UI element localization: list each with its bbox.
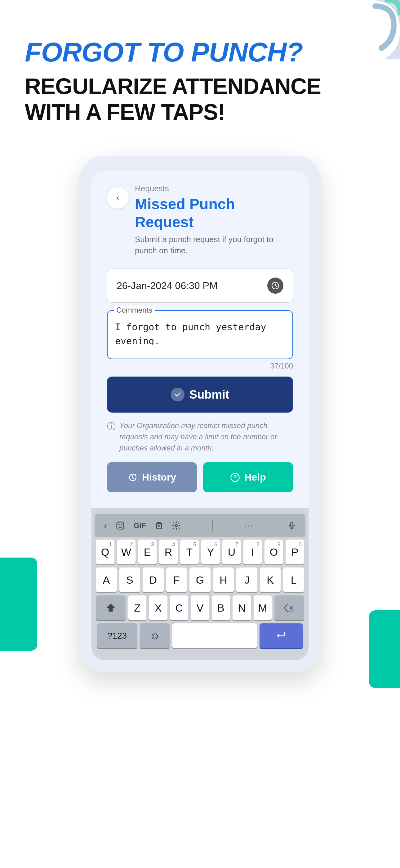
hero-title: FORGOT TO PUNCH?: [25, 37, 375, 67]
comments-wrapper[interactable]: Comments: [107, 310, 293, 359]
help-label: Help: [244, 471, 266, 483]
kb-row-1: Q1 W2 E3 R4 T5 Y6 U7 I8 O9 P0: [96, 539, 304, 564]
phone-mockup: ‹ Requests Missed Punch Request Submit a…: [79, 156, 321, 673]
svg-rect-3: [117, 522, 124, 529]
kb-backspace-key[interactable]: [274, 595, 304, 620]
screen-title: Missed Punch Request: [135, 195, 293, 231]
kb-key-z[interactable]: Z: [128, 595, 146, 620]
kb-divider: [212, 520, 213, 531]
header-text: Requests Missed Punch Request Submit a p…: [135, 184, 293, 256]
info-notice: ⓘ Your Organization may restrict missed …: [107, 420, 293, 454]
svg-point-4: [119, 524, 120, 525]
keyboard-area: ‹ GIF: [92, 508, 308, 660]
kb-key-h[interactable]: H: [213, 567, 234, 592]
kb-key-m[interactable]: M: [254, 595, 272, 620]
kb-key-l[interactable]: L: [283, 567, 304, 592]
breadcrumb: Requests: [135, 184, 293, 193]
svg-point-8: [175, 525, 178, 527]
kb-key-p[interactable]: P0: [286, 539, 304, 564]
svg-point-5: [121, 524, 123, 525]
kb-settings-btn[interactable]: [169, 519, 184, 532]
keyboard-toolbar: ‹ GIF: [95, 514, 305, 537]
kb-key-a[interactable]: A: [96, 567, 117, 592]
svg-rect-9: [291, 522, 293, 526]
info-icon: ⓘ: [107, 421, 116, 432]
comments-label: Comments: [114, 306, 155, 314]
kb-key-w[interactable]: W2: [117, 539, 135, 564]
comments-input[interactable]: [115, 320, 285, 345]
kb-key-j[interactable]: J: [236, 567, 257, 592]
kb-key-f[interactable]: F: [166, 567, 187, 592]
kb-key-q[interactable]: Q1: [96, 539, 114, 564]
kb-emoji-key[interactable]: ☺: [140, 623, 170, 648]
history-label: History: [142, 471, 176, 483]
kb-key-x[interactable]: X: [149, 595, 167, 620]
kb-key-v[interactable]: V: [191, 595, 209, 620]
char-count: 37/100: [107, 362, 293, 370]
help-button[interactable]: Help: [203, 462, 293, 492]
phone-container: ‹ Requests Missed Punch Request Submit a…: [0, 156, 400, 673]
action-buttons: History Help: [107, 462, 293, 492]
kb-more-btn[interactable]: ···: [241, 519, 256, 532]
kb-bottom-row: ?123 ☺: [96, 623, 304, 654]
kb-toolbar-left: ‹ GIF: [101, 519, 184, 533]
kb-clipboard-btn[interactable]: [152, 519, 167, 532]
corner-decoration: [332, 0, 400, 62]
kb-numbers-key[interactable]: ?123: [97, 623, 137, 648]
kb-key-r[interactable]: R4: [159, 539, 178, 564]
kb-row-3: Z X C V B N M: [96, 595, 304, 620]
kb-key-y[interactable]: Y6: [201, 539, 220, 564]
form-area: 26-Jan-2024 06:30 PM Comments 37/100: [92, 262, 308, 505]
history-icon: [128, 472, 138, 483]
datetime-value: 26-Jan-2024 06:30 PM: [116, 280, 218, 291]
kb-mic-btn[interactable]: [284, 519, 299, 532]
keyboard-rows: Q1 W2 E3 R4 T5 Y6 U7 I8 O9 P0 A S: [95, 537, 305, 657]
kb-space-key[interactable]: [172, 623, 257, 648]
datetime-input-wrapper[interactable]: 26-Jan-2024 06:30 PM: [107, 269, 293, 303]
hero-subtitle: REGULARIZE ATTENDANCE WITH A FEW TAPS!: [25, 73, 375, 125]
svg-point-2: [235, 479, 236, 479]
kb-key-g[interactable]: G: [190, 567, 210, 592]
kb-row-2: A S D F G H J K L: [96, 567, 304, 592]
submit-button[interactable]: Submit: [107, 377, 293, 412]
history-button[interactable]: History: [107, 462, 197, 492]
kb-enter-key[interactable]: [260, 623, 303, 648]
kb-key-s[interactable]: S: [120, 567, 140, 592]
phone-screen: ‹ Requests Missed Punch Request Submit a…: [92, 172, 308, 660]
kb-key-n[interactable]: N: [233, 595, 251, 620]
kb-key-d[interactable]: D: [143, 567, 164, 592]
clock-icon: [267, 278, 284, 294]
kb-key-e[interactable]: E3: [138, 539, 157, 564]
kb-back-btn[interactable]: ‹: [101, 519, 110, 533]
submit-label: Submit: [190, 388, 229, 401]
info-text: Your Organization may restrict missed pu…: [120, 420, 293, 454]
kb-key-b[interactable]: B: [212, 595, 230, 620]
back-arrow-icon: ‹: [116, 193, 119, 203]
screen-header: ‹ Requests Missed Punch Request Submit a…: [92, 172, 308, 262]
kb-key-u[interactable]: U7: [222, 539, 241, 564]
help-icon: [230, 472, 240, 483]
submit-check-icon: [171, 388, 185, 401]
kb-key-c[interactable]: C: [170, 595, 188, 620]
kb-gif-btn[interactable]: GIF: [131, 519, 149, 532]
kb-shift-key[interactable]: [96, 595, 126, 620]
kb-emoji-board-btn[interactable]: [112, 519, 128, 532]
kb-key-t[interactable]: T5: [180, 539, 199, 564]
kb-key-i[interactable]: I8: [243, 539, 262, 564]
kb-key-k[interactable]: K: [260, 567, 281, 592]
screen-description: Submit a punch request if you forgot to …: [135, 234, 293, 256]
back-button[interactable]: ‹: [107, 187, 129, 209]
kb-key-o[interactable]: O9: [265, 539, 283, 564]
